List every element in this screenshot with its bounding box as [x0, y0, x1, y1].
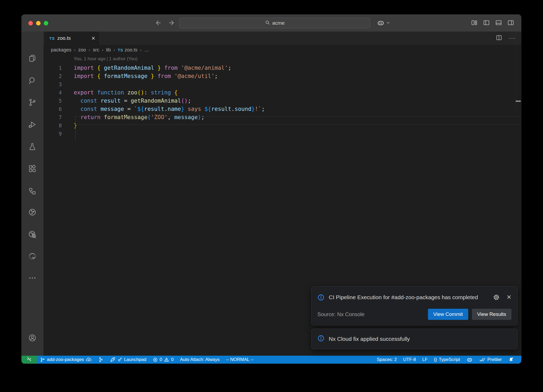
breadcrumb: packages›zoo›src›lib›TSzoo.ts›…	[43, 45, 521, 55]
line-number: 5	[43, 97, 62, 105]
line-number: 1	[43, 64, 62, 72]
nx-console-icon[interactable]	[28, 208, 37, 217]
breadcrumb-label: …	[144, 47, 149, 53]
view-commit-button[interactable]: View Commit	[428, 309, 468, 320]
toggle-primary-sidebar-icon[interactable]	[483, 19, 490, 27]
breadcrumb-item[interactable]: lib	[106, 47, 111, 53]
window-controls	[28, 21, 48, 25]
copilot-status-item[interactable]	[463, 356, 476, 364]
notifications-bell-item[interactable]	[505, 356, 517, 364]
code-line[interactable]: 2import { formatMessage } from '@acme/ut…	[43, 72, 521, 80]
split-editor-icon[interactable]	[496, 34, 502, 42]
vim-mode-item[interactable]: -- NORMAL --	[223, 356, 257, 364]
breadcrumb-item[interactable]: zoo	[78, 47, 86, 53]
code-text: import { formatMessage } from '@acme/uti…	[62, 72, 218, 80]
close-tab-icon[interactable]: ✕	[91, 35, 95, 41]
line-number: 6	[43, 105, 62, 113]
code-line[interactable]: 9	[43, 130, 521, 138]
explorer-icon[interactable]	[28, 54, 37, 63]
notification-source: Source: Nx Console	[317, 311, 365, 317]
code-editor[interactable]: 1import { getRandomAnimal } from '@acme/…	[43, 64, 521, 138]
toggle-secondary-sidebar-icon[interactable]	[507, 19, 514, 27]
testing-icon[interactable]	[28, 142, 37, 151]
run-debug-icon[interactable]	[28, 120, 37, 129]
language-mode-item[interactable]: {} TypeScript	[431, 356, 463, 364]
info-icon	[317, 335, 325, 343]
search-sidebar-icon[interactable]	[28, 76, 37, 85]
minimize-window-button[interactable]	[36, 21, 41, 25]
code-line[interactable]: 1import { getRandomAnimal } from '@acme/…	[43, 64, 521, 72]
encoding-item[interactable]: UTF-8	[400, 356, 419, 364]
breadcrumb-item[interactable]: …	[144, 47, 149, 53]
problems-item[interactable]: 0 0	[150, 356, 177, 364]
code-text: export function zoo(): string {	[62, 89, 178, 97]
notification-settings-gear-icon[interactable]	[493, 294, 500, 302]
toggle-panel-icon[interactable]	[495, 19, 502, 27]
notification-close-icon[interactable]: ✕	[507, 294, 511, 301]
launchpad-label: Launchpad	[124, 357, 146, 362]
rocket-icon	[110, 357, 116, 363]
accounts-icon[interactable]	[28, 333, 37, 342]
line-number: 4	[43, 89, 62, 97]
more-actions-icon[interactable]: ···	[509, 35, 515, 42]
view-results-button[interactable]: View Results	[472, 309, 511, 320]
launchpad-item[interactable]: Launchpad	[107, 356, 150, 364]
chevron-down-icon[interactable]	[386, 20, 391, 26]
close-window-button[interactable]	[28, 21, 33, 25]
code-line[interactable]: 3	[43, 80, 521, 89]
breadcrumb-label: zoo.ts	[125, 47, 137, 53]
formatter-item[interactable]: Prettier	[476, 356, 505, 364]
code-line[interactable]: 5 const result = getRandomAnimal();	[43, 97, 521, 105]
code-line[interactable]: 4export function zoo(): string {	[43, 89, 521, 97]
auto-attach-item[interactable]: Auto Attach: Always	[177, 356, 223, 364]
tab-label: zoo.ts	[57, 35, 71, 41]
breadcrumb-separator: ›	[102, 47, 103, 53]
line-number: 8	[43, 121, 62, 130]
status-bar: add-zoo-packages Launchpad 0 0 Auto Atta…	[21, 356, 521, 364]
branch-name: add-zoo-packages	[47, 357, 84, 362]
code-line[interactable]: 6 const message = `${result.name} says $…	[43, 105, 521, 113]
code-text	[62, 80, 74, 89]
back-arrow-icon[interactable]	[154, 19, 162, 28]
git-branch-item[interactable]: add-zoo-packages	[37, 356, 95, 364]
vscode-window: acme	[21, 14, 522, 364]
eol-item[interactable]: LF	[419, 356, 431, 364]
typescript-file-icon: TS	[49, 36, 55, 41]
additional-views-icon[interactable]	[28, 273, 37, 282]
search-icon	[265, 20, 270, 27]
overview-ruler-mark[interactable]	[516, 101, 521, 102]
line-number: 3	[43, 80, 62, 89]
breadcrumb-item[interactable]: packages	[51, 47, 71, 53]
notification-ci-pipeline: CI Pipeline Execution for #add-zoo-packa…	[311, 286, 518, 325]
breadcrumb-separator: ›	[140, 47, 142, 53]
source-control-icon[interactable]	[28, 98, 37, 107]
errors-icon	[153, 357, 158, 362]
typescript-file-icon: TS	[118, 48, 123, 52]
notification-message: Nx Cloud fix applied successfully	[329, 336, 410, 342]
breadcrumb-label: packages	[51, 47, 71, 53]
command-center-search[interactable]: acme	[179, 18, 370, 28]
breadcrumb-label: zoo	[78, 47, 86, 53]
breadcrumb-item[interactable]: src	[93, 47, 99, 53]
breadcrumb-item[interactable]: TSzoo.ts	[118, 47, 137, 53]
tab-zoo-ts[interactable]: TS zoo.ts ✕	[45, 32, 99, 45]
activity-bar	[21, 32, 43, 356]
breadcrumb-separator: ›	[113, 47, 115, 53]
warnings-count: 0	[171, 357, 173, 362]
info-icon	[317, 292, 325, 302]
customize-layout-icon[interactable]	[471, 19, 478, 27]
extensions-icon[interactable]	[28, 164, 37, 173]
git-blame-annotation: You, 1 hour ago | 1 author (You)	[43, 55, 521, 64]
maximize-window-button[interactable]	[44, 21, 48, 25]
current-line-highlight	[74, 116, 521, 125]
remote-indicator[interactable]	[21, 356, 37, 364]
references-view-icon[interactable]	[28, 187, 37, 196]
indentation-item[interactable]: Spaces: 2	[374, 356, 400, 364]
nx-cloud-icon[interactable]	[28, 230, 37, 239]
edge-browser-icon[interactable]	[28, 252, 37, 261]
warnings-icon	[164, 357, 169, 362]
copilot-icon[interactable]	[377, 19, 385, 28]
forward-arrow-icon[interactable]	[168, 19, 176, 28]
tab-bar: TS zoo.ts ✕ ···	[43, 32, 521, 45]
source-control-graph-item[interactable]	[95, 356, 107, 364]
